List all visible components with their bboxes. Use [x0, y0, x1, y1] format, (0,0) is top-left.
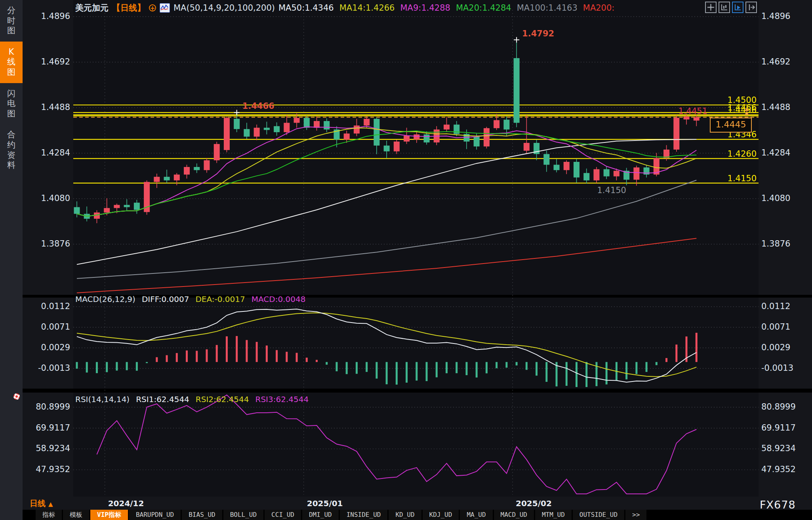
- ma-value: MA200:: [583, 3, 615, 13]
- ma-settings-label: MA(50,14,9,20,100,200): [173, 3, 275, 13]
- toolbar-tab-VIP指标[interactable]: VIP指标: [90, 510, 128, 520]
- ma-value: MA50:1.4346: [278, 3, 334, 13]
- sidebar-tab-label: 闪电图: [7, 89, 16, 119]
- sidebar-tab-3[interactable]: 合约资料: [0, 124, 23, 176]
- chevron-up-icon: ▲: [48, 501, 53, 508]
- ma-value: MA20:1.4284: [456, 3, 511, 13]
- record-dot-icon: [13, 393, 20, 400]
- macd-header: MACD(26,12,9)DIFF:0.0007DEA:-0.0017MACD:…: [75, 294, 318, 304]
- time-axis-label: 2025/01: [307, 499, 343, 508]
- time-axis-bar: 日线 ▲ 2024/122025/012025/02: [23, 497, 812, 510]
- pan-crosshair-icon[interactable]: [705, 2, 717, 13]
- toolbar-tab-模板[interactable]: 模板: [63, 510, 89, 520]
- toolbar-tab-CCI_UD[interactable]: CCI_UD: [265, 510, 301, 520]
- rsi-value: RSI1:62.4544: [136, 395, 189, 404]
- trading-app-window: 分时图K线图闪电图合约资料 美元加元 【日线】 + MA(50,14,9,20,…: [0, 0, 812, 520]
- toolbar-tab-DMI_UD[interactable]: DMI_UD: [302, 510, 339, 520]
- sidebar-tab-0[interactable]: 分时图: [0, 0, 23, 42]
- ma-values: MA50:1.4346MA14:1.4266MA9:1.4288MA20:1.4…: [278, 3, 620, 13]
- left-sidebar: 分时图K线图闪电图合约资料: [0, 0, 23, 520]
- symbol-name: 美元加元: [75, 2, 109, 13]
- toolbar-tab-BARUPDN_UD[interactable]: BARUPDN_UD: [129, 510, 181, 520]
- sidebar-tab-label: 分时图: [7, 6, 16, 36]
- sidebar-tab-2[interactable]: 闪电图: [0, 83, 23, 125]
- sidebar-tab-label: 合约资料: [7, 130, 16, 170]
- sidebar-tab-label: K线图: [7, 47, 16, 78]
- toolbar-tab-BIAS_UD[interactable]: BIAS_UD: [182, 510, 222, 520]
- mini-chart-icon[interactable]: [160, 3, 170, 13]
- chart-header: 美元加元 【日线】 + MA(50,14,9,20,100,200) MA50:…: [75, 2, 620, 13]
- macd-value: MACD:0.0048: [252, 294, 306, 304]
- period-selector[interactable]: 日线 ▲: [30, 498, 53, 509]
- period-tag[interactable]: 【日线】: [112, 2, 145, 13]
- toolbar-tab-指标[interactable]: 指标: [36, 510, 62, 520]
- toolbar-tab-MA_UD[interactable]: MA_UD: [460, 510, 492, 520]
- macd-value: DEA:-0.0017: [195, 294, 245, 304]
- rsi-value: RSI2:62.4544: [196, 395, 249, 404]
- circle-plus-icon[interactable]: +: [149, 4, 156, 11]
- current-price-tag: 1.4445: [710, 118, 752, 133]
- toolbar-tab-INSIDE_UD[interactable]: INSIDE_UD: [340, 510, 388, 520]
- rsi-title: RSI(14,14,14): [75, 395, 130, 404]
- indicator-toolbar: 指标模板VIP指标BARUPDN_UDBIAS_UDBOLL_UDCCI_UDD…: [23, 510, 812, 520]
- watermark: FX678: [760, 499, 796, 511]
- price-chart-canvas[interactable]: [0, 0, 812, 520]
- macd-value: DIFF:0.0007: [142, 294, 189, 304]
- collapse-right-icon[interactable]: [745, 2, 757, 13]
- ma-value: MA100:1.4163: [517, 3, 578, 13]
- ma-value: MA14:1.4266: [339, 3, 395, 13]
- macd-title: MACD(26,12,9): [75, 294, 135, 304]
- rsi-header: RSI(14,14,14)RSI1:62.4544RSI2:62.4544RSI…: [75, 395, 321, 404]
- toolbar-tab-KDJ_UD[interactable]: KDJ_UD: [423, 510, 459, 520]
- time-axis-label: 2025/02: [516, 499, 552, 508]
- toolbar-tab-MACD_UD[interactable]: MACD_UD: [494, 510, 534, 520]
- ma-value: MA9:1.4288: [400, 3, 450, 13]
- rsi-value: RSI3:62.4544: [255, 395, 309, 404]
- toolbar-tab->>[interactable]: >>: [625, 510, 646, 520]
- axis-scale-icon[interactable]: [719, 2, 730, 13]
- toolbar-tab-OUTSIDE_UD[interactable]: OUTSIDE_UD: [573, 510, 624, 520]
- toolbar-tab-MTM_UD[interactable]: MTM_UD: [535, 510, 572, 520]
- time-axis-label: 2024/12: [108, 499, 144, 508]
- sidebar-tab-1[interactable]: K线图: [0, 42, 23, 83]
- jump-to-latest-icon[interactable]: ▲▲: [745, 107, 749, 115]
- toolbar-tab-KD_UD[interactable]: KD_UD: [389, 510, 421, 520]
- chart-tools: [705, 2, 757, 13]
- axis-play-icon[interactable]: [732, 2, 743, 13]
- toolbar-tab-BOLL_UD[interactable]: BOLL_UD: [223, 510, 263, 520]
